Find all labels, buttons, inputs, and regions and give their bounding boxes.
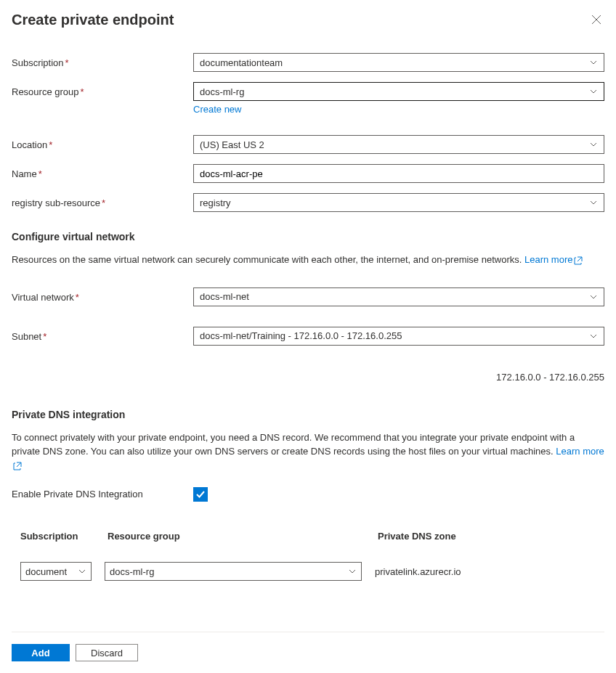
chevron-down-icon [348, 567, 357, 576]
location-select[interactable]: (US) East US 2 [193, 135, 604, 154]
subnet-select[interactable]: docs-ml-net/Training - 172.16.0.0 - 172.… [193, 327, 604, 346]
external-link-icon [574, 256, 583, 265]
sub-resource-value: registry [200, 197, 231, 208]
label-enable-dns: Enable Private DNS Integration [12, 484, 193, 499]
chevron-down-icon [589, 332, 598, 340]
close-button[interactable] [588, 12, 604, 30]
checkmark-icon [195, 489, 206, 499]
label-location: Location* [12, 135, 193, 150]
label-name: Name* [12, 164, 193, 179]
vnet-learn-more-link[interactable]: Learn more [524, 254, 583, 265]
label-resource-group: Resource group* [12, 82, 193, 97]
sub-resource-select[interactable]: registry [193, 193, 604, 212]
subnet-value: docs-ml-net/Training - 172.16.0.0 - 172.… [200, 330, 402, 341]
dns-header-resource-group: Resource group [108, 531, 378, 542]
dns-description: To connect privately with your private e… [12, 431, 604, 473]
label-subscription: Subscription* [12, 53, 193, 68]
chevron-down-icon [589, 87, 598, 96]
chevron-down-icon [589, 293, 598, 301]
chevron-down-icon [589, 198, 598, 207]
vnet-description: Resources on the same virtual network ca… [12, 253, 604, 267]
subscription-value: documentationteam [200, 57, 283, 68]
enable-dns-checkbox[interactable] [193, 487, 208, 502]
panel-title: Create private endpoint [12, 12, 174, 28]
dns-subscription-select[interactable]: document [20, 562, 92, 581]
subscription-select[interactable]: documentationteam [193, 53, 604, 72]
name-input[interactable] [193, 164, 604, 183]
discard-button[interactable]: Discard [76, 644, 138, 661]
dns-header-subscription: Subscription [20, 531, 108, 542]
chevron-down-icon [589, 140, 598, 149]
location-value: (US) East US 2 [200, 139, 264, 150]
label-subnet: Subnet* [12, 327, 193, 342]
dns-table-row: document docs-ml-rg privatelink.azurecr.… [20, 562, 596, 581]
dns-resource-group-select[interactable]: docs-ml-rg [105, 562, 362, 581]
label-sub-resource: registry sub-resource* [12, 193, 193, 208]
create-new-link[interactable]: Create new [193, 104, 604, 115]
chevron-down-icon [589, 58, 598, 67]
resource-group-select[interactable]: docs-ml-rg [193, 82, 604, 101]
dns-zone-value: privatelink.azurecr.io [375, 566, 596, 577]
add-button[interactable]: Add [12, 644, 70, 661]
dns-resource-group-value: docs-ml-rg [110, 566, 154, 577]
dns-subscription-value: document [25, 566, 67, 577]
section-title-dns: Private DNS integration [12, 409, 604, 420]
section-title-vnet: Configure virtual network [12, 231, 604, 242]
label-virtual-network: Virtual network* [12, 287, 193, 303]
dns-header-zone: Private DNS zone [378, 531, 596, 542]
dns-table-header: Subscription Resource group Private DNS … [20, 531, 596, 542]
virtual-network-select[interactable]: docs-ml-net [193, 287, 604, 306]
subnet-address-range: 172.16.0.0 - 172.16.0.255 [12, 372, 604, 383]
chevron-down-icon [78, 567, 86, 576]
resource-group-value: docs-ml-rg [200, 86, 244, 97]
close-icon [591, 15, 601, 25]
virtual-network-value: docs-ml-net [200, 291, 249, 302]
external-link-icon [13, 462, 22, 470]
